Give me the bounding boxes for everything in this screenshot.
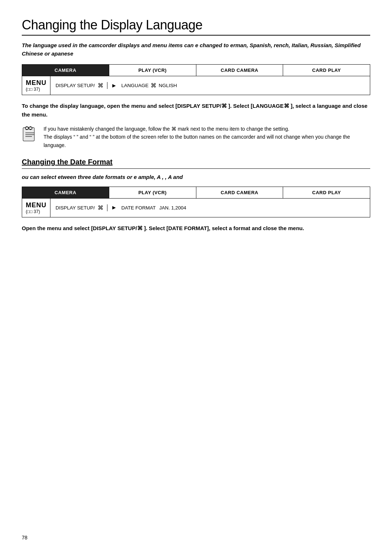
tab-bar-2: CAMERA PLAY (VCR) CARD CAMERA CARD PLAY	[22, 187, 370, 199]
menu-label-2: MENU (□□ 37)	[22, 199, 50, 217]
tab-bar-1: CAMERA PLAY (VCR) CARD CAMERA CARD PLAY	[22, 64, 370, 76]
title-rule	[22, 35, 370, 36]
intro-text: The language used in the camcorder displ…	[22, 41, 370, 58]
note-text-2: The displays “ ” and “ ” at the bottom o…	[44, 133, 370, 149]
menu-seg-right-2: ► DATE FORMAT JAN. 1,2004	[111, 204, 186, 211]
page-number: 78	[22, 535, 28, 540]
menu-word-1: MENU	[26, 79, 46, 87]
menu-icon-left-2: ⌘	[98, 204, 103, 211]
menu-content-2: DISPLAY SETUP/ ⌘ ► DATE FORMAT JAN. 1,20…	[50, 199, 370, 217]
section2-heading: Changing the Date Format	[22, 158, 370, 166]
svg-rect-5	[29, 127, 32, 129]
description-1: To change the display language, open the…	[22, 102, 370, 119]
tab-card-play[interactable]: CARD PLAY	[283, 65, 370, 76]
menu-label-1: MENU (□□ 37)	[22, 76, 50, 95]
menu-arrow-1: ►	[111, 82, 117, 89]
note-text-1: If you have mistakenly changed the langu…	[44, 125, 370, 133]
tab2-play-vcr[interactable]: PLAY (VCR)	[109, 187, 196, 198]
menu-sub-2: (□□ 37)	[26, 209, 40, 214]
menu-arrow-2: ►	[111, 204, 117, 211]
menu-date-format-label: DATE FORMAT	[121, 205, 156, 211]
menu-icon-left-1: ⌘	[98, 82, 103, 89]
tab2-card-camera[interactable]: CARD CAMERA	[196, 187, 283, 198]
section2-rule	[22, 168, 370, 169]
menu-sub-1: (□□ 37)	[26, 87, 40, 92]
menu-icon-right-1: ⌘	[151, 82, 156, 89]
menu-date-format-value: JAN. 1,2004	[158, 205, 186, 211]
menu-content-1: DISPLAY SETUP/ ⌘ ► LANGUAGE ⌘ NGLISH	[50, 76, 370, 95]
note-text: If you have mistakenly changed the langu…	[44, 125, 370, 149]
menu-row-1: MENU (□□ 37) DISPLAY SETUP/ ⌘ ► LANGUAGE…	[22, 76, 370, 95]
menu-seg-left-2: DISPLAY SETUP/ ⌘	[56, 204, 107, 211]
menu-seg-right-1: ► LANGUAGE ⌘ NGLISH	[111, 82, 177, 89]
menu-language-value: NGLISH	[159, 83, 177, 88]
description-2: Open the menu and select [DISPLAY SETUP/…	[22, 224, 370, 233]
menu-word-2: MENU	[26, 201, 46, 209]
tab2-card-play[interactable]: CARD PLAY	[283, 187, 370, 198]
tab-play-vcr[interactable]: PLAY (VCR)	[109, 65, 196, 76]
tab-card-camera[interactable]: CARD CAMERA	[196, 65, 283, 76]
menu-seg-left-1: DISPLAY SETUP/ ⌘	[56, 82, 107, 89]
page-title: Changing the Display Language	[22, 17, 370, 33]
svg-rect-4	[25, 127, 28, 129]
tab2-camera[interactable]: CAMERA	[22, 187, 109, 198]
menu-display-setup-1: DISPLAY SETUP/	[56, 83, 95, 88]
note-box: If you have mistakenly changed the langu…	[22, 125, 370, 149]
svg-rect-1	[23, 128, 34, 141]
section2-intro: ou can select etween three date formats …	[22, 173, 370, 181]
tab-camera[interactable]: CAMERA	[22, 65, 109, 76]
note-icon	[22, 126, 38, 142]
menu-language-label: LANGUAGE	[121, 83, 148, 88]
menu-row-2: MENU (□□ 37) DISPLAY SETUP/ ⌘ ► DATE FOR…	[22, 199, 370, 217]
menu-display-setup-2: DISPLAY SETUP/	[56, 205, 95, 211]
